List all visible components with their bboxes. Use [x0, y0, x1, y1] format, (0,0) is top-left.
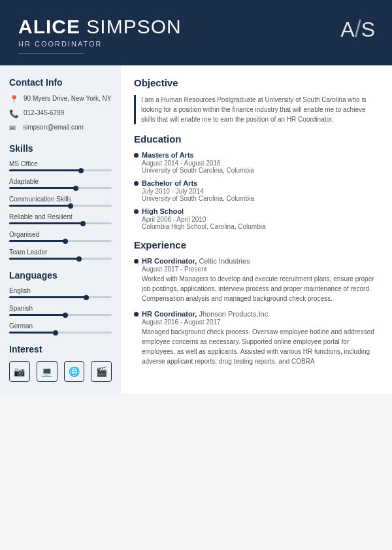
header: ALICE SIMPSON HR COORDINATOR A / S	[0, 0, 392, 65]
skill-label: Reliable and Resilient	[9, 213, 112, 220]
skill-bar-fill	[9, 222, 83, 224]
header-title: HR COORDINATOR	[18, 40, 182, 48]
skill-bar-fill	[9, 205, 71, 207]
skill-bar-bg	[9, 258, 112, 260]
objective-section: Objective I am a Human Resources Postgra…	[134, 77, 380, 124]
lang-bar-bg	[9, 314, 112, 316]
phone-icon: 📞	[9, 109, 19, 118]
skill-bar-fill	[9, 169, 81, 171]
edu-school: University of South Carolina, Columbia	[142, 195, 380, 202]
edu-degree: High School	[142, 207, 380, 215]
lang-bar-dot	[84, 295, 89, 300]
skill-bar-bg	[9, 205, 112, 207]
language-item: Spanish	[9, 305, 112, 316]
skill-bar-bg	[9, 169, 112, 171]
header-name: ALICE SIMPSON	[18, 16, 182, 37]
skill-bar-fill	[9, 187, 76, 189]
skill-bar-bg	[9, 240, 112, 242]
experience-title: Experience	[134, 239, 380, 252]
exp-company: Jhonson Products,Inc	[199, 310, 268, 318]
exp-date: August 2017 - Present	[142, 266, 380, 273]
right-column: Objective I am a Human Resources Postgra…	[121, 65, 392, 394]
interest-icon: 🎬	[91, 361, 112, 382]
skill-bar-dot	[76, 256, 82, 262]
lang-bar-dot	[63, 313, 68, 318]
left-column: Contact Info 📍 90 Myers Drive, New York,…	[0, 65, 121, 394]
edu-date: August 2014 - August 2016	[142, 160, 380, 167]
education-item: Masters of Arts August 2014 - August 201…	[134, 151, 380, 174]
contact-section: Contact Info 📍 90 Myers Drive, New York,…	[9, 77, 112, 133]
languages-title: Languages	[9, 270, 112, 281]
contact-title: Contact Info	[9, 77, 112, 88]
skill-label: Communication Skills	[9, 196, 112, 203]
objective-text: I am a Human Resources Postgraduate at U…	[134, 95, 380, 124]
skill-item: MS Office	[9, 160, 112, 171]
skill-item: Organised	[9, 231, 112, 242]
skill-bar-fill	[9, 258, 79, 260]
skill-item: Communication Skills	[9, 196, 112, 207]
header-divider	[18, 53, 84, 54]
resume-container: ALICE SIMPSON HR COORDINATOR A / S Conta…	[0, 0, 392, 394]
lang-bar-dot	[53, 330, 58, 335]
contact-email-item: ✉ simpson@email.com	[9, 123, 112, 133]
exp-desc: Managed background check process. Oversa…	[142, 327, 380, 366]
languages-list: English Spanish German	[9, 287, 112, 334]
lang-bar-fill	[9, 314, 65, 316]
skills-title: Skills	[9, 143, 112, 154]
interest-icon: 📷	[9, 361, 30, 382]
location-icon: 📍	[9, 95, 19, 104]
skill-bar-dot	[68, 203, 73, 209]
email-icon: ✉	[9, 124, 18, 133]
monogram-a: A	[340, 18, 353, 42]
lang-label: English	[9, 287, 112, 294]
interest-title: Interest	[9, 344, 112, 354]
lang-label: German	[9, 322, 112, 330]
exp-company: Celtic Industries	[199, 257, 250, 265]
edu-school: University of South Carolina, Columbia	[142, 167, 380, 174]
language-item: German	[9, 322, 112, 334]
experience-item: HR Coordinator, Jhonson Products,Inc Aug…	[134, 310, 380, 366]
skill-bar-dot	[63, 239, 68, 244]
skill-bar-dot	[78, 168, 84, 173]
lang-bar-bg	[9, 332, 112, 334]
skills-list: MS Office Adaptable Communication Skills	[9, 160, 112, 260]
skill-label: MS Office	[9, 160, 112, 167]
languages-section: Languages English Spanish German	[9, 270, 112, 334]
education-item: Bachelor of Arts July 2010 - July 2014 U…	[134, 179, 380, 202]
experience-section: Experience HR Coordinator, Celtic Indust…	[134, 239, 380, 366]
last-name: SIMPSON	[86, 16, 181, 37]
header-monogram: A / S	[340, 16, 374, 43]
edu-school: Columbia High School, Carolina, Columbia	[142, 223, 380, 230]
contact-address-item: 📍 90 Myers Drive, New York, NY	[9, 94, 112, 104]
contact-phone: 012-345-6789	[24, 109, 64, 118]
lang-bar-fill	[9, 296, 86, 298]
header-left: ALICE SIMPSON HR COORDINATOR	[18, 16, 182, 54]
edu-degree: Masters of Arts	[142, 151, 380, 159]
contact-address: 90 Myers Drive, New York, NY	[24, 94, 112, 103]
skills-section: Skills MS Office Adaptable Communication…	[9, 143, 112, 260]
education-item: High School April 2006 - April 2010 Colu…	[134, 207, 380, 230]
experience-item: HR Coordinator, Celtic Industries August…	[134, 257, 380, 303]
exp-title: HR Coordinator, Jhonson Products,Inc	[142, 310, 380, 318]
language-item: English	[9, 287, 112, 298]
education-list: Masters of Arts August 2014 - August 201…	[134, 151, 380, 230]
contact-email: simpson@email.com	[23, 123, 84, 132]
contact-phone-item: 📞 012-345-6789	[9, 109, 112, 118]
skill-label: Organised	[9, 231, 112, 238]
skill-bar-dot	[73, 186, 78, 191]
skill-item: Adaptable	[9, 178, 112, 189]
lang-bar-fill	[9, 332, 56, 334]
skill-bar-dot	[80, 221, 86, 226]
exp-desc: Worked with Managers to develop and exec…	[142, 274, 380, 303]
interest-icon: 🌐	[64, 361, 85, 382]
education-title: Education	[134, 133, 380, 146]
interest-icon: 💻	[37, 361, 57, 382]
lang-bar-bg	[9, 296, 112, 298]
skill-bar-fill	[9, 240, 65, 242]
monogram-s: S	[361, 18, 374, 42]
edu-degree: Bachelor of Arts	[142, 179, 380, 187]
exp-date: August 2016 - August 2017	[142, 318, 380, 326]
skill-label: Team Leader	[9, 249, 112, 256]
edu-date: April 2006 - April 2010	[142, 216, 380, 223]
edu-date: July 2010 - July 2014	[142, 188, 380, 195]
